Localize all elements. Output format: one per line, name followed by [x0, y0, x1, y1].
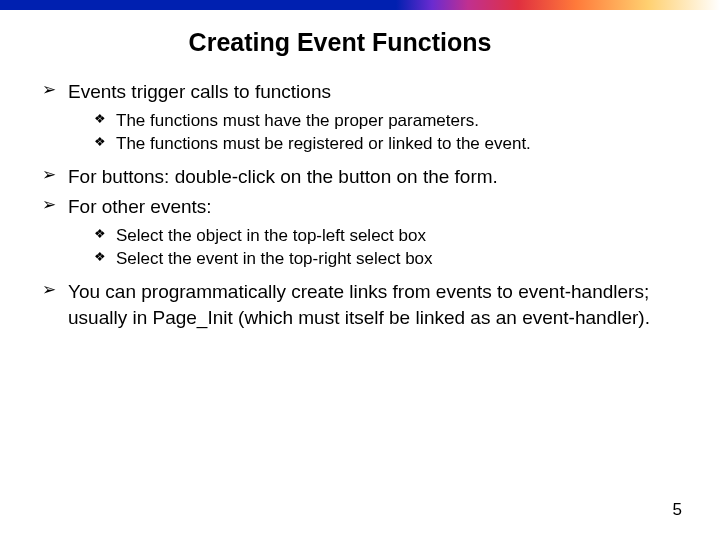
bullet-list-level2: Select the object in the top-left select…	[94, 224, 680, 272]
bullet-list-level2: The functions must have the proper param…	[94, 109, 680, 157]
page-number: 5	[673, 500, 682, 520]
sub-bullet-item: Select the event in the top-right select…	[94, 247, 680, 271]
slide-body: Events trigger calls to functions The fu…	[0, 79, 720, 330]
bullet-text: Events trigger calls to functions	[68, 81, 331, 102]
bullet-item: For buttons: double-click on the button …	[40, 164, 680, 190]
bullet-item: Events trigger calls to functions The fu…	[40, 79, 680, 156]
bullet-item: You can programmatically create links fr…	[40, 279, 680, 330]
sub-bullet-item: The functions must be registered or link…	[94, 132, 680, 156]
bullet-text: For other events:	[68, 196, 212, 217]
bullet-list-level1: Events trigger calls to functions The fu…	[40, 79, 680, 330]
top-gradient-bar	[0, 0, 720, 10]
sub-bullet-item: The functions must have the proper param…	[94, 109, 680, 133]
sub-bullet-item: Select the object in the top-left select…	[94, 224, 680, 248]
bullet-item: For other events: Select the object in t…	[40, 194, 680, 271]
slide-title: Creating Event Functions	[0, 28, 720, 57]
